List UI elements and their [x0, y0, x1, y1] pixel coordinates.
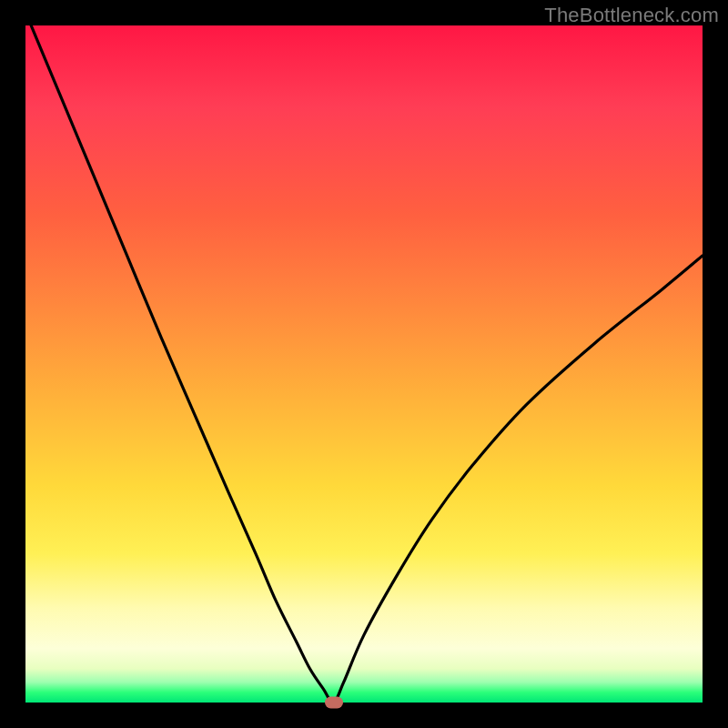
bottleneck-curve: [25, 25, 703, 703]
minimum-marker: [325, 697, 343, 709]
plot-area: [25, 25, 703, 703]
watermark-text: TheBottleneck.com: [544, 4, 719, 27]
chart-frame: TheBottleneck.com: [0, 0, 728, 728]
